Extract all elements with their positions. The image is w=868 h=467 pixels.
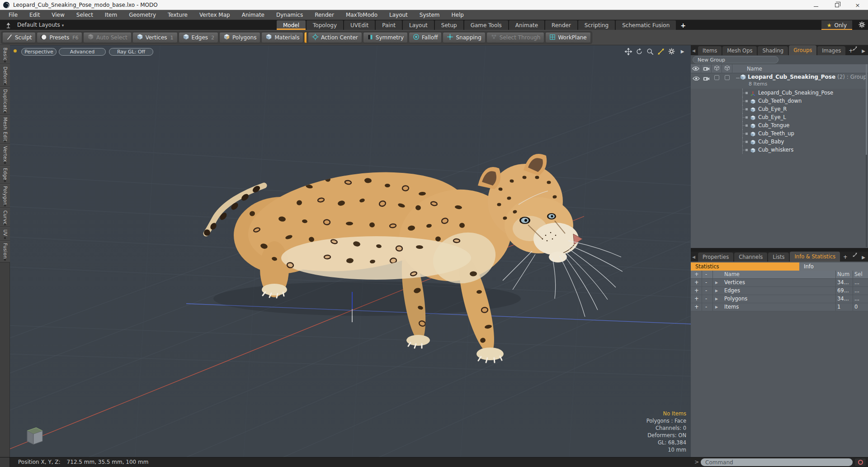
left-tab-mesh-edit[interactable]: Mesh Edit	[0, 115, 10, 144]
left-tab-curve[interactable]: Curve	[0, 208, 10, 227]
group-child-row[interactable]: Cub_whiskers	[691, 146, 868, 154]
layout-tab-paint[interactable]: Paint	[376, 20, 402, 30]
row-arrow-icon[interactable]: ▶	[715, 281, 718, 285]
select-through-button[interactable]: Select Through	[486, 32, 545, 43]
leopard-cub-model[interactable]	[204, 154, 623, 362]
left-tab-basic[interactable]: Basic	[0, 45, 10, 64]
menu-maxtomodo[interactable]: MaxToModo	[340, 10, 383, 20]
group-eye-icon[interactable]	[691, 74, 701, 83]
macro-record-button[interactable]	[854, 458, 866, 467]
layout-pin-icon[interactable]	[5, 22, 11, 30]
title-bar[interactable]: Leopard_Cub_Sneaking_Pose_modo_base.lxo …	[0, 0, 868, 10]
layout-tab-scripting[interactable]: Scripting	[578, 20, 615, 30]
subtab-info[interactable]: Info	[799, 262, 868, 271]
action-center-button[interactable]: Action Center	[308, 32, 362, 43]
wire-cube-column-icon[interactable]	[712, 64, 722, 73]
row-arrow-icon[interactable]: ▶	[715, 289, 718, 293]
panel-flyout-icon[interactable]: ▶	[862, 255, 865, 260]
snapping-button[interactable]: Snapping	[443, 32, 485, 43]
tab-groups[interactable]: Groups	[789, 45, 816, 55]
minimize-button[interactable]	[806, 0, 826, 10]
viewport-3d[interactable]: Perspective Advanced Ray GL: Off ▶ No It…	[10, 45, 691, 457]
layout-gear-icon[interactable]	[859, 21, 865, 30]
expand-plus[interactable]: +	[694, 279, 699, 286]
menu-layout[interactable]: Layout	[383, 10, 414, 20]
menu-vertex-map[interactable]: Vertex Map	[193, 10, 236, 20]
layout-tab-layout[interactable]: Layout	[403, 20, 434, 30]
menu-animate[interactable]: Animate	[236, 10, 270, 20]
row-arrow-icon[interactable]: ▶	[715, 297, 718, 301]
layout-tab-game-tools[interactable]: Game Tools	[464, 20, 508, 30]
panel-flyout-icon[interactable]: ▶	[862, 48, 865, 53]
polygons-mode-button[interactable]: Polygons	[219, 32, 260, 43]
close-button[interactable]: ×	[847, 0, 868, 10]
tab-properties[interactable]: Properties	[698, 253, 733, 262]
visibility-column-icon[interactable]	[691, 64, 701, 73]
menu-geometry[interactable]: Geometry	[123, 10, 162, 20]
left-tab-vertex[interactable]: Vertex	[0, 144, 10, 166]
menu-edit[interactable]: Edit	[24, 10, 46, 20]
tab-scroll-left-icon[interactable]: ◀	[692, 255, 695, 259]
left-tab-deform[interactable]: Deform	[0, 64, 10, 87]
layout-tab-schematic-fusion[interactable]: Schematic Fusion	[616, 20, 676, 30]
tab-items[interactable]: Items	[698, 46, 722, 55]
group-child-row[interactable]: Leopard_Cub_Sneaking_Pose	[691, 89, 868, 97]
tab-channels[interactable]: Channels	[734, 253, 767, 262]
statistics-row[interactable]: +-▶Vertices34......	[691, 279, 868, 287]
statistics-row[interactable]: +-▶Edges69......	[691, 287, 868, 295]
viewport-canvas[interactable]	[10, 45, 691, 457]
panel-expand-icon[interactable]	[852, 251, 858, 260]
tab-add[interactable]: +	[841, 253, 850, 262]
collapse-minus[interactable]: -	[705, 287, 707, 294]
left-tab-uv[interactable]: UV	[0, 227, 10, 241]
edges-mode-button[interactable]: Edges2	[179, 32, 218, 43]
symmetry-button[interactable]: Symmetry	[363, 32, 408, 43]
collapse-minus[interactable]: -	[705, 304, 707, 310]
layout-tab-animate[interactable]: Animate	[509, 20, 544, 30]
menu-view[interactable]: View	[46, 10, 70, 20]
group-child-row[interactable]: Cub_Teeth_down	[691, 97, 868, 105]
scale-view-icon[interactable]	[657, 48, 665, 55]
collapse-minus[interactable]: -	[705, 279, 707, 286]
layout-tab-topology[interactable]: Topology	[307, 20, 343, 30]
tab-scroll-left-icon[interactable]: ◀	[692, 48, 695, 53]
statistics-row[interactable]: +-▶Items10	[691, 303, 868, 311]
menu-texture[interactable]: Texture	[162, 10, 193, 20]
viewport-mode-button[interactable]: Perspective	[21, 48, 57, 56]
viewport-flyout-icon[interactable]: ▶	[679, 48, 686, 55]
vertices-mode-button[interactable]: Vertices1	[132, 32, 178, 43]
materials-mode-button[interactable]: Materials	[261, 32, 303, 43]
viewport-shading-button[interactable]: Advanced	[59, 48, 106, 56]
menu-select[interactable]: Select	[71, 10, 99, 20]
tree-scrollbar[interactable]	[866, 64, 867, 247]
only-favorites-button[interactable]: ★ Only	[821, 20, 852, 30]
presets-button[interactable]: PresetsF6	[37, 32, 82, 43]
group-child-row[interactable]: Cub_Eye_R	[691, 105, 868, 113]
left-tab-fusion[interactable]: Fusion	[0, 241, 10, 262]
menu-file[interactable]: File	[3, 10, 24, 20]
layout-tab-uvedit[interactable]: UVEdit	[344, 20, 375, 30]
viewport-gear-icon[interactable]	[668, 48, 675, 55]
command-input[interactable]	[701, 458, 853, 466]
group-child-row[interactable]: Cub_Tongue	[691, 121, 868, 129]
menu-item[interactable]: Item	[99, 10, 123, 20]
tab-info-statistics[interactable]: Info & Statistics	[790, 252, 840, 262]
left-tab-duplicate[interactable]: Duplicate	[0, 87, 10, 115]
expand-plus[interactable]: +	[694, 295, 699, 302]
sculpt-button[interactable]: Sculpt	[2, 32, 36, 43]
viewport-raygl-button[interactable]: Ray GL: Off	[109, 48, 153, 56]
falloff-button[interactable]: Falloff	[409, 32, 442, 43]
left-tab-polygon[interactable]: Polygon	[0, 184, 10, 208]
group-child-row[interactable]: Cub_Teeth_up	[691, 129, 868, 138]
subtab-statistics[interactable]: Statistics	[691, 262, 799, 271]
group-checkbox-1[interactable]	[712, 75, 722, 80]
menu-system[interactable]: System	[414, 10, 446, 20]
group-checkbox-2[interactable]	[722, 75, 732, 80]
tab-lists[interactable]: Lists	[768, 253, 789, 262]
group-camera-icon[interactable]	[701, 74, 712, 83]
restore-button[interactable]	[826, 0, 847, 10]
tab-images[interactable]: Images	[817, 46, 845, 55]
render-column-icon[interactable]	[701, 64, 712, 73]
statistics-row[interactable]: +-▶Polygons34......	[691, 295, 868, 303]
pan-icon[interactable]	[624, 48, 632, 55]
